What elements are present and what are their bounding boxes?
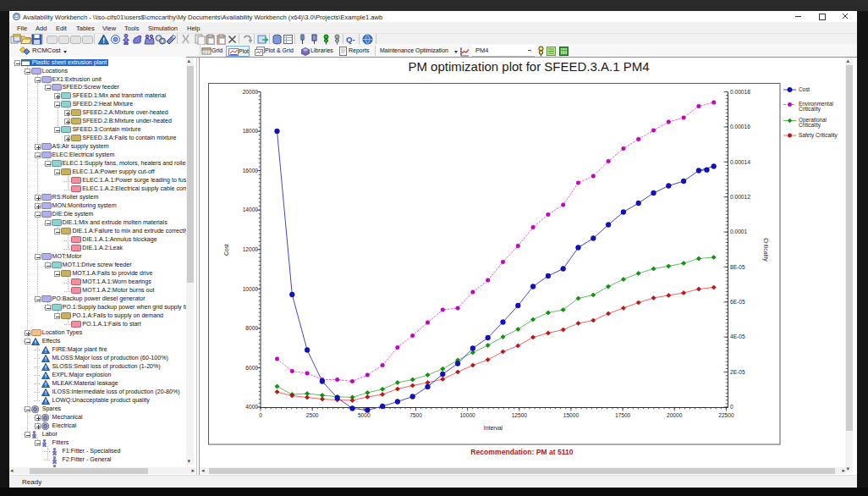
svg-text:Criticality: Criticality [799,122,821,129]
svg-text:8000: 8000 [245,325,258,331]
svg-text:5000: 5000 [358,412,371,418]
svg-text:7500: 7500 [409,412,422,418]
svg-text:16000: 16000 [243,168,259,174]
svg-text:20000: 20000 [667,412,683,418]
svg-text:6E-05: 6E-05 [730,299,745,305]
svg-text:10000: 10000 [243,286,259,292]
svg-text:Criticality: Criticality [799,106,821,113]
svg-text:4E-05: 4E-05 [730,333,745,339]
svg-text:14000: 14000 [243,207,259,212]
svg-text:0.0001: 0.0001 [730,229,748,234]
svg-text:6000: 6000 [245,365,258,371]
svg-text:Cost: Cost [223,244,229,256]
svg-text:Safety Criticality: Safety Criticality [799,132,838,139]
svg-text:12500: 12500 [512,412,528,418]
svg-text:0.00016: 0.00016 [730,124,750,130]
svg-text:Recommendation: PM at 5110: Recommendation: PM at 5110 [470,448,574,456]
svg-text:17500: 17500 [615,412,631,418]
svg-text:15000: 15000 [563,412,580,418]
svg-text:0: 0 [730,404,733,410]
svg-text:Cost: Cost [799,86,810,92]
svg-text:0.00018: 0.00018 [730,89,750,95]
svg-text:2500: 2500 [306,412,319,418]
svg-text:20000: 20000 [243,89,259,95]
svg-text:Q-: Q- [346,35,355,44]
svg-text:12000: 12000 [243,246,259,252]
svg-text:Criticality: Criticality [762,238,769,262]
svg-text:8E-05: 8E-05 [730,264,745,270]
svg-text:10000: 10000 [459,412,475,418]
svg-text:22500: 22500 [718,412,734,418]
svg-text:18000: 18000 [243,128,259,134]
svg-text:0.00014: 0.00014 [730,159,750,165]
svg-text:PM optimization plot for SFEED: PM optimization plot for SFEED.3.A.1 PM4 [408,59,649,74]
svg-text:Interval: Interval [484,425,503,431]
svg-text:0.00012: 0.00012 [730,194,750,200]
svg-text:2E-05: 2E-05 [730,369,745,375]
svg-text:4000: 4000 [245,404,258,410]
svg-text:0: 0 [259,412,262,418]
